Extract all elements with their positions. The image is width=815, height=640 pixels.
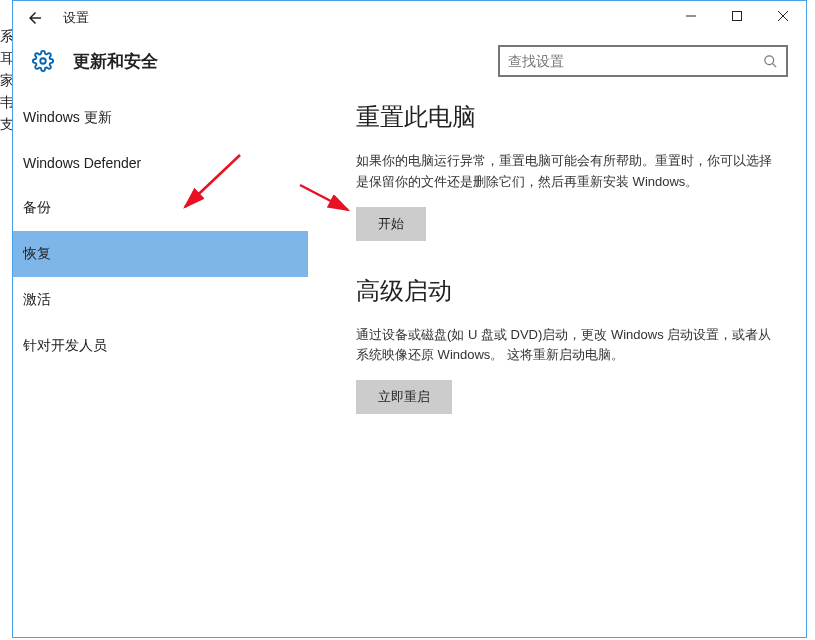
reset-start-button[interactable]: 开始 [356, 207, 426, 241]
maximize-button[interactable] [714, 1, 760, 31]
section-heading: 高级启动 [356, 275, 782, 307]
sidebar-item-backup[interactable]: 备份 [13, 185, 308, 231]
sidebar-item-label: Windows Defender [23, 155, 141, 171]
cropped-background-text: 系 耳 家 韦 支 [0, 25, 12, 135]
restart-now-button[interactable]: 立即重启 [356, 380, 452, 414]
titlebar: 设置 [13, 1, 806, 35]
svg-rect-1 [733, 12, 742, 21]
svg-point-4 [40, 58, 46, 64]
sidebar-item-recovery[interactable]: 恢复 [13, 231, 308, 277]
sidebar-item-label: 恢复 [23, 245, 51, 261]
window-controls [668, 1, 806, 31]
sidebar-item-label: 备份 [23, 199, 51, 215]
minimize-button[interactable] [668, 1, 714, 31]
search-icon [762, 53, 778, 69]
minimize-icon [686, 11, 696, 21]
section-reset-pc: 重置此电脑 如果你的电脑运行异常，重置电脑可能会有所帮助。重置时，你可以选择是保… [356, 101, 782, 241]
gear-icon [31, 49, 55, 73]
close-button[interactable] [760, 1, 806, 31]
sidebar-item-label: Windows 更新 [23, 109, 112, 125]
header-title: 更新和安全 [73, 50, 158, 73]
maximize-icon [732, 11, 742, 21]
content-area: Windows 更新 Windows Defender 备份 恢复 激活 针对开… [13, 83, 806, 637]
sidebar-item-windows-update[interactable]: Windows 更新 [13, 95, 308, 141]
search-box[interactable] [498, 45, 788, 77]
sidebar: Windows 更新 Windows Defender 备份 恢复 激活 针对开… [13, 83, 308, 637]
section-body: 通过设备或磁盘(如 U 盘或 DVD)启动，更改 Windows 启动设置，或者… [356, 325, 782, 367]
sidebar-item-windows-defender[interactable]: Windows Defender [13, 141, 308, 185]
section-body: 如果你的电脑运行异常，重置电脑可能会有所帮助。重置时，你可以选择是保留你的文件还… [356, 151, 782, 193]
section-heading: 重置此电脑 [356, 101, 782, 133]
sidebar-item-for-developers[interactable]: 针对开发人员 [13, 323, 308, 369]
sidebar-item-activation[interactable]: 激活 [13, 277, 308, 323]
svg-point-5 [764, 55, 773, 64]
main-panel: 重置此电脑 如果你的电脑运行异常，重置电脑可能会有所帮助。重置时，你可以选择是保… [308, 83, 806, 637]
header-row: 更新和安全 [13, 35, 806, 83]
sidebar-item-label: 激活 [23, 291, 51, 307]
back-button[interactable] [21, 4, 49, 32]
close-icon [778, 11, 788, 21]
search-input[interactable] [508, 53, 762, 69]
svg-line-6 [772, 63, 776, 67]
sidebar-item-label: 针对开发人员 [23, 337, 107, 353]
section-advanced-startup: 高级启动 通过设备或磁盘(如 U 盘或 DVD)启动，更改 Windows 启动… [356, 275, 782, 415]
settings-window: 设置 更新和安全 Windows 更新 Windows D [12, 0, 807, 638]
window-title: 设置 [63, 9, 89, 27]
arrow-left-icon [26, 9, 44, 27]
